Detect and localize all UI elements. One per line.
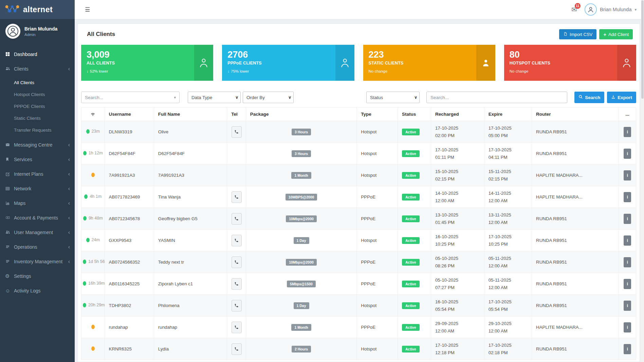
client-info-button[interactable]: i bbox=[624, 301, 631, 311]
table-row: rundahaprundahap1 MonthPPPoEActive29-09-… bbox=[81, 317, 636, 338]
cell-full-name: D62F54F84F bbox=[154, 143, 227, 165]
sidebar-nav: DashboardClients‹All ClientsHotspot Clie… bbox=[0, 47, 75, 298]
uptime-label: 24m bbox=[92, 237, 100, 242]
cell-username: D62F54F84F bbox=[105, 143, 154, 165]
page-scrollbar[interactable] bbox=[641, 0, 644, 362]
column-header-full-name: Full Name bbox=[154, 108, 227, 121]
cell-tel bbox=[227, 317, 246, 338]
cell-online-status: 16h 39m bbox=[81, 273, 105, 295]
inventory-icon bbox=[5, 259, 14, 264]
app-logo[interactable]: alternet bbox=[0, 0, 75, 19]
phone-button[interactable] bbox=[232, 278, 242, 290]
hamburger-menu-button[interactable]: ☰ bbox=[84, 5, 91, 15]
phone-button[interactable] bbox=[232, 256, 242, 268]
sidebar-item-messaging-centre[interactable]: Messaging Centre‹ bbox=[0, 137, 75, 152]
sidebar-subitem-pppoe-clients[interactable]: PPPOE Clients bbox=[0, 100, 75, 112]
search-button[interactable]: Search bbox=[574, 92, 604, 103]
cell-online-status: 23m bbox=[81, 121, 105, 143]
cell-status: Active bbox=[398, 121, 431, 143]
stat-trend: No change bbox=[369, 69, 471, 73]
phone-button[interactable] bbox=[232, 126, 242, 138]
cell-tel bbox=[227, 295, 246, 317]
cell-router: RUNDA RB951 bbox=[532, 230, 619, 251]
cell-online-status: 1h 12m bbox=[81, 143, 105, 165]
sidebar-item-internet-plans[interactable]: Internet Plans‹ bbox=[0, 167, 75, 181]
phone-button[interactable] bbox=[232, 343, 242, 355]
import-csv-button[interactable]: Import CSV bbox=[559, 29, 596, 39]
status-select[interactable]: Status ∨ bbox=[366, 92, 420, 103]
sidebar-item-account-payments[interactable]: Account & Payments‹ bbox=[0, 210, 75, 225]
user-menu[interactable]: Brian Mulunda ▾ bbox=[585, 3, 637, 16]
sidebar-subitem-transfer-requests[interactable]: Transfer Requests bbox=[0, 124, 75, 136]
sidebar-item-services[interactable]: Services‹ bbox=[0, 152, 75, 167]
chevron-left-icon: ‹ bbox=[68, 186, 70, 191]
status-badge: Active bbox=[402, 281, 420, 287]
status-badge: Active bbox=[402, 172, 420, 179]
column-header-status: Status bbox=[398, 108, 431, 121]
sidebar-item-activity-logs[interactable]: ☺Activity Logs bbox=[0, 283, 75, 298]
phone-button[interactable] bbox=[232, 322, 242, 333]
cell-full-name: Lydia bbox=[154, 338, 227, 360]
client-info-button[interactable]: i bbox=[624, 322, 631, 332]
client-info-button[interactable]: i bbox=[624, 279, 631, 289]
sidebar-item-inventory-management[interactable]: Inventory Management‹ bbox=[0, 254, 75, 269]
sidebar-item-user-management[interactable]: User Management‹ bbox=[0, 225, 75, 240]
cell-online-status bbox=[81, 317, 105, 338]
cell-full-name: Ziporah Lyben c1 bbox=[154, 273, 227, 295]
phone-button[interactable] bbox=[232, 191, 242, 203]
order-by-select[interactable]: Order By ∨ bbox=[243, 92, 294, 103]
cell-router: RUNDA RB951 bbox=[532, 295, 619, 317]
cell-type: PPPoE bbox=[357, 251, 398, 273]
cell-full-name: rundahap bbox=[154, 317, 227, 338]
phone-button[interactable] bbox=[232, 300, 242, 311]
sidebar-item-operations[interactable]: Operations‹ bbox=[0, 240, 75, 254]
wifi-icon bbox=[81, 108, 105, 121]
table-row: 16h 39mAB0116345225Ziporah Lyben c15Mbps… bbox=[81, 273, 636, 295]
activity-logs-icon: ☺ bbox=[5, 288, 14, 293]
sidebar-item-dashboard[interactable]: Dashboard bbox=[0, 47, 75, 61]
cell-package: 1 Day bbox=[246, 295, 356, 317]
sidebar-item-label: Account & Payments bbox=[14, 215, 68, 221]
cell-recharged: 29-09-202512:00 AM bbox=[431, 317, 484, 338]
stat-cards: 3,009ALL CLIENTS↓52% lower2706PPPoE CLIE… bbox=[81, 45, 636, 81]
logo-icon bbox=[5, 4, 20, 15]
select-caret-icon: ∨ bbox=[414, 95, 417, 100]
scrollbar-thumb[interactable] bbox=[641, 0, 644, 99]
cell-username: 7A991921A3 bbox=[105, 165, 154, 186]
cell-package: 3 Hours bbox=[246, 143, 356, 165]
cell-actions: i bbox=[619, 165, 636, 186]
phone-button[interactable] bbox=[232, 213, 242, 225]
sidebar-item-network[interactable]: Network‹ bbox=[0, 181, 75, 196]
column-header-expire: Expire bbox=[484, 108, 532, 121]
client-info-button[interactable]: i bbox=[624, 192, 631, 202]
sidebar-item-clients[interactable]: Clients‹ bbox=[0, 61, 75, 76]
sidebar-submenu-clients: All ClientsHotspot ClientsPPPOE ClientsS… bbox=[0, 76, 75, 137]
cell-package: 5Mbps@1500 bbox=[246, 273, 356, 295]
export-button[interactable]: Export bbox=[607, 92, 636, 103]
online-status-dot bbox=[83, 260, 86, 264]
sidebar-subitem-hotspot-clients[interactable]: Hotspot Clients bbox=[0, 89, 75, 100]
data-type-select[interactable]: Data Type ∨ bbox=[188, 92, 241, 103]
sidebar-item-settings[interactable]: ⚙Settings bbox=[0, 269, 75, 283]
client-search-select[interactable]: Search... ▾ bbox=[81, 92, 180, 103]
cell-username: AB0717823469 bbox=[105, 186, 154, 208]
messages-button[interactable]: ✉ 11 bbox=[571, 5, 577, 14]
add-client-button[interactable]: + Add Client bbox=[599, 29, 633, 39]
client-info-button[interactable]: i bbox=[624, 127, 631, 137]
client-info-button[interactable]: i bbox=[624, 170, 631, 180]
client-info-button[interactable]: i bbox=[624, 344, 631, 354]
sidebar-subitem-static-clients[interactable]: Static Clients bbox=[0, 112, 75, 124]
notification-badge: 11 bbox=[575, 3, 581, 9]
client-info-button[interactable]: i bbox=[624, 257, 631, 267]
client-info-button[interactable]: i bbox=[624, 214, 631, 224]
column-header-username: Username bbox=[105, 108, 154, 121]
search-input[interactable] bbox=[426, 92, 567, 103]
services-icon bbox=[5, 157, 14, 162]
sidebar-item-maps[interactable]: Maps‹ bbox=[0, 196, 75, 210]
phone-button[interactable] bbox=[232, 235, 242, 246]
cell-actions: i bbox=[619, 143, 636, 165]
client-info-button[interactable]: i bbox=[624, 149, 631, 159]
sidebar-subitem-all-clients[interactable]: All Clients bbox=[0, 77, 75, 89]
client-info-button[interactable]: i bbox=[624, 235, 631, 246]
maps-icon bbox=[5, 201, 14, 206]
